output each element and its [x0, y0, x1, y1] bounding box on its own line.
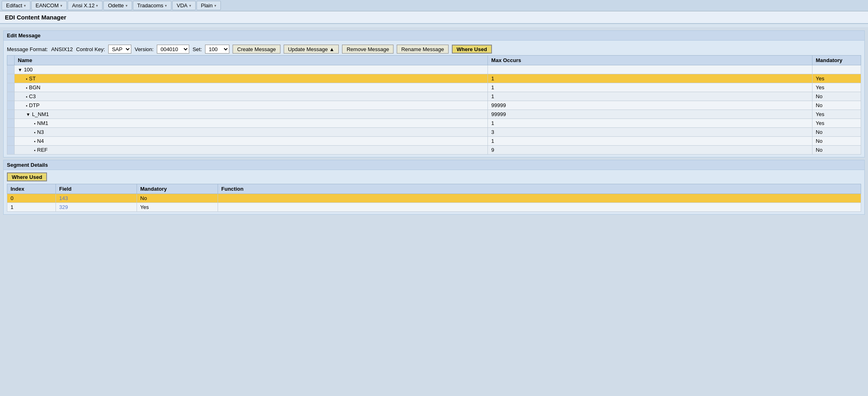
tree-row-mandatory: No	[812, 146, 861, 155]
bullet-icon: ▪	[26, 103, 28, 108]
set-select[interactable]: 100	[205, 45, 229, 54]
menu-item-eancom[interactable]: EANCOM▾	[31, 1, 67, 10]
seg-row-function	[218, 203, 861, 212]
create-message-button[interactable]: Create Message	[233, 45, 280, 54]
tree-table-row[interactable]: ▪REF9No	[7, 146, 861, 155]
tree-row-name: ▪N3	[15, 128, 488, 137]
tree-row-name: ▪BGN	[15, 83, 488, 92]
tree-row-num	[7, 119, 15, 128]
bullet-icon: ▪	[26, 86, 28, 90]
segment-table-row[interactable]: 1329Yes	[7, 203, 861, 212]
app-title-text: EDI Content Manager	[5, 14, 66, 21]
tree-row-mandatory	[812, 65, 861, 74]
expand-icon[interactable]: ▼	[18, 67, 22, 72]
tree-table-row[interactable]: ▪ST1Yes	[7, 74, 861, 83]
tree-col-maxoccurs: Max Occurs	[488, 56, 812, 65]
top-menu-bar: Edifact▾EANCOM▾Ansi X.12▾Odette▾Tradacom…	[0, 0, 868, 11]
tree-row-name: ▪NM1	[15, 119, 488, 128]
version-select[interactable]: 004010	[157, 45, 189, 54]
field-link[interactable]: 143	[59, 195, 68, 201]
tree-row-maxoccurs: 9	[488, 146, 812, 155]
menu-item-edifact[interactable]: Edifact▾	[2, 1, 30, 10]
tree-row-name: ▼L_NM1	[15, 110, 488, 119]
tree-row-maxoccurs: 1	[488, 92, 812, 101]
bullet-icon: ▪	[34, 121, 36, 126]
tree-row-num	[7, 74, 15, 83]
tree-table-row[interactable]: ▪DTP99999No	[7, 101, 861, 110]
tree-table-row[interactable]: ▪N41No	[7, 137, 861, 146]
eancom-arrow-icon: ▾	[60, 4, 62, 8]
menu-item-tradacoms[interactable]: Tradacoms▾	[133, 1, 172, 10]
menu-item-plain[interactable]: Plain▾	[197, 1, 221, 10]
edifact-arrow-icon: ▾	[24, 4, 26, 8]
bullet-icon: ▪	[34, 148, 36, 153]
tree-table-row[interactable]: ▼100	[7, 65, 861, 74]
bullet-icon: ▪	[34, 130, 36, 135]
field-link[interactable]: 329	[59, 204, 68, 210]
seg-col-function: Function	[218, 184, 861, 194]
update-message-button[interactable]: Update Message ▲	[284, 45, 339, 54]
segment-details-body: Where Used Index Field Mandatory Functio…	[4, 170, 864, 214]
seg-row-field[interactable]: 329	[56, 203, 137, 212]
menu-item-odette[interactable]: Odette▾	[103, 1, 132, 10]
remove-message-button[interactable]: Remove Message	[342, 45, 393, 54]
tradacoms-arrow-icon: ▾	[165, 4, 167, 8]
bullet-icon: ▪	[26, 95, 28, 99]
page-title: EDI Content Manager	[0, 11, 868, 24]
tree-row-mandatory: Yes	[812, 110, 861, 119]
segment-details-section: Segment Details Where Used Index Field M…	[3, 160, 865, 215]
ansi-arrow-icon: ▾	[96, 4, 98, 8]
tree-row-name: ▪ST	[15, 74, 488, 83]
control-key-select[interactable]: SAP	[108, 45, 131, 54]
message-tree-table: Name Max Occurs Mandatory ▼100▪ST1Yes▪BG…	[7, 55, 861, 155]
tree-row-maxoccurs: 1	[488, 74, 812, 83]
tree-row-num	[7, 65, 15, 74]
bullet-icon: ▪	[34, 139, 36, 144]
tree-row-mandatory: No	[812, 101, 861, 110]
where-used-segment-button[interactable]: Where Used	[7, 172, 47, 181]
segment-table-row[interactable]: 0143No	[7, 194, 861, 203]
menu-item-ansi[interactable]: Ansi X.12▾	[68, 1, 103, 10]
edit-message-section: Edit Message Message Format: ANSIX12 Con…	[3, 30, 865, 157]
tree-col-num	[7, 56, 15, 65]
tree-row-num	[7, 146, 15, 155]
tree-row-num	[7, 83, 15, 92]
version-label: Version:	[135, 46, 154, 52]
tree-table-row[interactable]: ▪C31No	[7, 92, 861, 101]
odette-arrow-icon: ▾	[126, 4, 128, 8]
tree-row-maxoccurs: 99999	[488, 110, 812, 119]
tree-table-row[interactable]: ▼L_NM199999Yes	[7, 110, 861, 119]
plain-arrow-icon: ▾	[214, 4, 216, 8]
menu-item-vda[interactable]: VDA▾	[172, 1, 196, 10]
tree-row-maxoccurs: 1	[488, 83, 812, 92]
seg-row-mandatory: No	[137, 194, 218, 203]
tree-row-num	[7, 101, 15, 110]
tree-row-mandatory: No	[812, 128, 861, 137]
tree-table-row[interactable]: ▪NM11Yes	[7, 119, 861, 128]
expand-icon[interactable]: ▼	[26, 112, 30, 117]
tree-table-row[interactable]: ▪BGN1Yes	[7, 83, 861, 92]
tree-row-maxoccurs: 99999	[488, 101, 812, 110]
tree-row-maxoccurs: 1	[488, 137, 812, 146]
edit-message-header: Edit Message	[4, 31, 864, 41]
content-area: Edit Message Message Format: ANSIX12 Con…	[0, 27, 868, 218]
rename-message-button[interactable]: Rename Message	[397, 45, 449, 54]
tree-row-mandatory: Yes	[812, 83, 861, 92]
edit-message-toolbar: Message Format: ANSIX12 Control Key: SAP…	[7, 43, 861, 55]
control-key-label: Control Key:	[76, 46, 105, 52]
where-used-message-button[interactable]: Where Used	[452, 45, 492, 54]
format-label: Message Format:	[7, 46, 48, 52]
tree-row-num	[7, 128, 15, 137]
tree-row-name: ▪REF	[15, 146, 488, 155]
segment-details-table: Index Field Mandatory Function 0143No132…	[7, 184, 861, 212]
tree-row-mandatory: No	[812, 92, 861, 101]
edit-message-body: Message Format: ANSIX12 Control Key: SAP…	[4, 41, 864, 157]
seg-row-field[interactable]: 143	[56, 194, 137, 203]
tree-row-maxoccurs: 3	[488, 128, 812, 137]
tree-col-mandatory: Mandatory	[812, 56, 861, 65]
seg-row-index: 0	[7, 194, 56, 203]
seg-col-mandatory: Mandatory	[137, 184, 218, 194]
seg-row-function	[218, 194, 861, 203]
seg-col-field: Field	[56, 184, 137, 194]
tree-table-row[interactable]: ▪N33No	[7, 128, 861, 137]
